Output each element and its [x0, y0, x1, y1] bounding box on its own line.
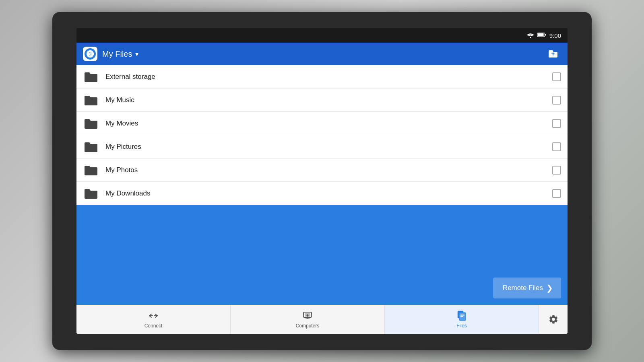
file-item[interactable]: My Photos — [76, 158, 568, 182]
laptop-screen: 9:00 My Files ▾ — [76, 28, 568, 334]
connect-icon — [148, 310, 159, 321]
header-title-group[interactable]: My Files ▾ — [102, 49, 138, 59]
status-bar: 9:00 — [76, 28, 568, 43]
svg-rect-2 — [538, 33, 543, 36]
header-title: My Files — [102, 49, 132, 59]
file-item[interactable]: My Pictures — [76, 135, 568, 158]
file-checkbox[interactable] — [552, 142, 561, 151]
file-item[interactable]: My Downloads — [76, 182, 568, 205]
files-icon — [456, 310, 467, 321]
file-name: My Pictures — [105, 143, 552, 151]
nav-item-connect[interactable]: Connect — [76, 305, 230, 334]
laptop-shell: 9:00 My Files ▾ — [52, 12, 592, 350]
remote-files-label: Remote Files — [503, 284, 543, 292]
chevron-down-icon: ▾ — [135, 50, 138, 58]
file-checkbox[interactable] — [552, 72, 561, 81]
computers-icon — [302, 310, 313, 321]
file-checkbox[interactable] — [552, 166, 561, 175]
content-spacer — [76, 205, 568, 271]
file-name: My Downloads — [105, 189, 552, 197]
file-name: My Movies — [105, 119, 552, 128]
new-folder-button[interactable] — [545, 46, 561, 62]
nav-item-computers[interactable]: Computers — [231, 305, 384, 334]
file-items-block: External storage My Music My Movies — [76, 65, 568, 205]
svg-rect-11 — [460, 314, 464, 315]
svg-point-0 — [530, 37, 531, 38]
file-item[interactable]: External storage — [76, 65, 568, 88]
file-name: My Photos — [105, 166, 552, 174]
svg-rect-12 — [460, 315, 464, 316]
svg-point-8 — [307, 315, 309, 317]
app-container: My Files ▾ — [76, 43, 568, 305]
status-time: 9:00 — [549, 32, 561, 39]
app-header: My Files ▾ — [76, 43, 568, 65]
nav-item-files[interactable]: Files — [385, 305, 539, 334]
nav-label-files: Files — [456, 323, 466, 329]
nav-label-connect: Connect — [144, 323, 163, 329]
nav-label-computers: Computers — [296, 323, 320, 329]
settings-button[interactable] — [539, 305, 568, 334]
folder-icon — [83, 116, 99, 131]
folder-icon — [83, 70, 99, 84]
app-logo — [83, 47, 97, 61]
svg-rect-3 — [545, 34, 546, 35]
remote-files-area: Remote Files ❯ — [76, 271, 568, 305]
battery-icon — [537, 32, 546, 39]
file-checkbox[interactable] — [552, 96, 561, 105]
file-name: External storage — [105, 73, 552, 81]
file-checkbox[interactable] — [552, 189, 561, 198]
remote-files-button[interactable]: Remote Files ❯ — [493, 278, 561, 298]
folder-icon — [83, 140, 99, 154]
folder-icon — [83, 163, 99, 177]
wifi-icon — [527, 32, 534, 39]
svg-rect-13 — [460, 316, 463, 317]
status-icons: 9:00 — [527, 32, 561, 39]
file-list-bg: External storage My Music My Movies — [76, 65, 568, 305]
teamviewer-logo — [85, 48, 96, 60]
folder-icon — [83, 93, 99, 107]
file-name: My Music — [105, 96, 552, 104]
file-item[interactable]: My Movies — [76, 112, 568, 135]
file-checkbox[interactable] — [552, 119, 561, 128]
remote-files-chevron: ❯ — [546, 283, 553, 293]
file-item[interactable]: My Music — [76, 88, 568, 112]
folder-icon — [83, 186, 99, 201]
bottom-nav: Connect Computers — [76, 305, 568, 334]
